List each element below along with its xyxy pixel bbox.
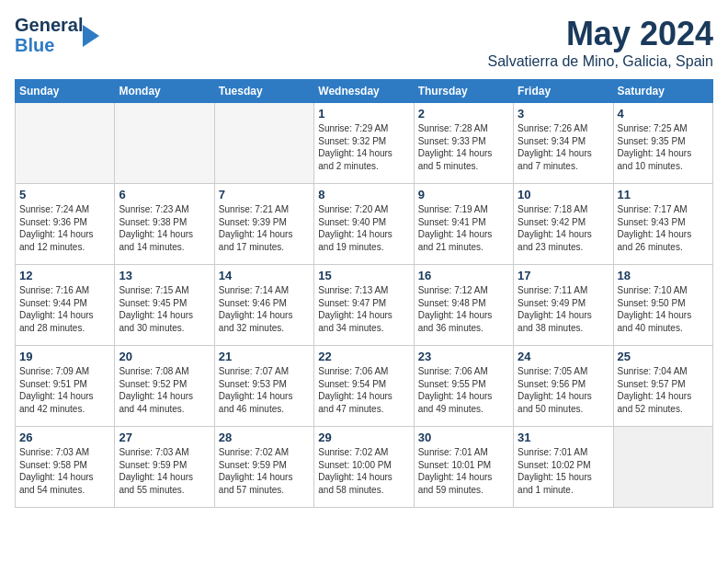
calendar-cell: 2Sunrise: 7:28 AMSunset: 9:33 PMDaylight…: [414, 103, 513, 184]
day-number: 13: [119, 269, 210, 282]
calendar-cell: 28Sunrise: 7:02 AMSunset: 9:59 PMDayligh…: [214, 427, 313, 508]
calendar-week-row: 26Sunrise: 7:03 AMSunset: 9:58 PMDayligh…: [16, 427, 713, 508]
day-details: Sunrise: 7:17 AMSunset: 9:43 PMDaylight:…: [618, 203, 709, 253]
column-header-tuesday: Tuesday: [214, 80, 313, 103]
day-details: Sunrise: 7:15 AMSunset: 9:45 PMDaylight:…: [119, 284, 210, 334]
day-details: Sunrise: 7:13 AMSunset: 9:47 PMDaylight:…: [318, 284, 409, 334]
calendar-cell: 24Sunrise: 7:05 AMSunset: 9:56 PMDayligh…: [514, 346, 613, 427]
calendar-cell: 31Sunrise: 7:01 AMSunset: 10:02 PMDaylig…: [514, 427, 613, 508]
logo-blue-text: Blue: [15, 35, 83, 55]
calendar-week-row: 12Sunrise: 7:16 AMSunset: 9:44 PMDayligh…: [16, 265, 713, 346]
logo-general-text: General: [15, 15, 83, 35]
day-details: Sunrise: 7:02 AMSunset: 10:00 PMDaylight…: [318, 446, 409, 496]
calendar-cell: 12Sunrise: 7:16 AMSunset: 9:44 PMDayligh…: [16, 265, 115, 346]
day-details: Sunrise: 7:23 AMSunset: 9:38 PMDaylight:…: [119, 203, 210, 253]
column-header-friday: Friday: [514, 80, 613, 103]
title-block: May 2024 Salvatierra de Mino, Galicia, S…: [488, 15, 713, 70]
calendar-cell: 5Sunrise: 7:24 AMSunset: 9:36 PMDaylight…: [16, 184, 115, 265]
calendar-cell: 29Sunrise: 7:02 AMSunset: 10:00 PMDaylig…: [314, 427, 414, 508]
calendar-cell: 27Sunrise: 7:03 AMSunset: 9:59 PMDayligh…: [115, 427, 214, 508]
day-details: Sunrise: 7:18 AMSunset: 9:42 PMDaylight:…: [518, 203, 609, 253]
day-number: 2: [418, 107, 509, 121]
column-header-saturday: Saturday: [613, 80, 712, 103]
day-number: 27: [119, 431, 210, 444]
calendar-cell: 26Sunrise: 7:03 AMSunset: 9:58 PMDayligh…: [16, 427, 115, 508]
calendar-cell: 30Sunrise: 7:01 AMSunset: 10:01 PMDaylig…: [414, 427, 513, 508]
calendar-week-row: 5Sunrise: 7:24 AMSunset: 9:36 PMDaylight…: [16, 184, 713, 265]
calendar-cell: 7Sunrise: 7:21 AMSunset: 9:39 PMDaylight…: [214, 184, 313, 265]
calendar-cell: 22Sunrise: 7:06 AMSunset: 9:54 PMDayligh…: [314, 346, 414, 427]
day-details: Sunrise: 7:03 AMSunset: 9:58 PMDaylight:…: [19, 446, 110, 496]
day-details: Sunrise: 7:24 AMSunset: 9:36 PMDaylight:…: [19, 203, 110, 253]
day-number: 3: [518, 107, 609, 121]
day-number: 25: [618, 350, 709, 363]
day-number: 23: [418, 350, 509, 363]
day-details: Sunrise: 7:08 AMSunset: 9:52 PMDaylight:…: [119, 365, 210, 415]
day-details: Sunrise: 7:06 AMSunset: 9:55 PMDaylight:…: [418, 365, 509, 415]
day-number: 8: [318, 188, 409, 201]
day-number: 24: [518, 350, 609, 363]
day-details: Sunrise: 7:16 AMSunset: 9:44 PMDaylight:…: [19, 284, 110, 334]
calendar-cell: 25Sunrise: 7:04 AMSunset: 9:57 PMDayligh…: [613, 346, 712, 427]
day-number: 17: [518, 269, 609, 282]
calendar-cell: 1Sunrise: 7:29 AMSunset: 9:32 PMDaylight…: [314, 103, 414, 184]
day-number: 5: [19, 188, 110, 201]
calendar-cell: 3Sunrise: 7:26 AMSunset: 9:34 PMDaylight…: [514, 103, 613, 184]
calendar-cell: 21Sunrise: 7:07 AMSunset: 9:53 PMDayligh…: [214, 346, 313, 427]
day-details: Sunrise: 7:04 AMSunset: 9:57 PMDaylight:…: [618, 365, 709, 415]
calendar-cell: 18Sunrise: 7:10 AMSunset: 9:50 PMDayligh…: [613, 265, 712, 346]
day-number: 4: [618, 107, 709, 121]
calendar-cell: [115, 103, 214, 184]
day-number: 28: [219, 431, 310, 444]
calendar-cell: 19Sunrise: 7:09 AMSunset: 9:51 PMDayligh…: [16, 346, 115, 427]
day-details: Sunrise: 7:20 AMSunset: 9:40 PMDaylight:…: [318, 203, 409, 253]
day-details: Sunrise: 7:07 AMSunset: 9:53 PMDaylight:…: [219, 365, 310, 415]
day-number: 1: [318, 107, 409, 121]
day-details: Sunrise: 7:01 AMSunset: 10:02 PMDaylight…: [518, 446, 609, 496]
day-details: Sunrise: 7:26 AMSunset: 9:34 PMDaylight:…: [518, 122, 609, 172]
day-number: 26: [19, 431, 110, 444]
calendar-cell: [16, 103, 115, 184]
day-details: Sunrise: 7:09 AMSunset: 9:51 PMDaylight:…: [19, 365, 110, 415]
day-number: 14: [219, 269, 310, 282]
calendar-cell: 13Sunrise: 7:15 AMSunset: 9:45 PMDayligh…: [115, 265, 214, 346]
calendar-header-row: SundayMondayTuesdayWednesdayThursdayFrid…: [16, 80, 713, 103]
day-details: Sunrise: 7:21 AMSunset: 9:39 PMDaylight:…: [219, 203, 310, 253]
column-header-sunday: Sunday: [16, 80, 115, 103]
calendar-cell: 11Sunrise: 7:17 AMSunset: 9:43 PMDayligh…: [613, 184, 712, 265]
day-number: 12: [19, 269, 110, 282]
day-details: Sunrise: 7:19 AMSunset: 9:41 PMDaylight:…: [418, 203, 509, 253]
day-number: 29: [318, 431, 409, 444]
day-details: Sunrise: 7:25 AMSunset: 9:35 PMDaylight:…: [618, 122, 709, 172]
calendar-cell: 14Sunrise: 7:14 AMSunset: 9:46 PMDayligh…: [214, 265, 313, 346]
column-header-wednesday: Wednesday: [314, 80, 414, 103]
day-number: 31: [518, 431, 609, 444]
calendar-table: SundayMondayTuesdayWednesdayThursdayFrid…: [15, 79, 713, 508]
day-details: Sunrise: 7:10 AMSunset: 9:50 PMDaylight:…: [618, 284, 709, 334]
day-number: 22: [318, 350, 409, 363]
day-details: Sunrise: 7:14 AMSunset: 9:46 PMDaylight:…: [219, 284, 310, 334]
logo: General Blue: [15, 15, 99, 55]
day-details: Sunrise: 7:05 AMSunset: 9:56 PMDaylight:…: [518, 365, 609, 415]
calendar-cell: [613, 427, 712, 508]
month-title: May 2024: [488, 15, 713, 53]
day-details: Sunrise: 7:12 AMSunset: 9:48 PMDaylight:…: [418, 284, 509, 334]
day-details: Sunrise: 7:06 AMSunset: 9:54 PMDaylight:…: [318, 365, 409, 415]
day-details: Sunrise: 7:28 AMSunset: 9:33 PMDaylight:…: [418, 122, 509, 172]
day-number: 20: [119, 350, 210, 363]
day-number: 18: [618, 269, 709, 282]
calendar-cell: 16Sunrise: 7:12 AMSunset: 9:48 PMDayligh…: [414, 265, 513, 346]
day-number: 21: [219, 350, 310, 363]
calendar-cell: 23Sunrise: 7:06 AMSunset: 9:55 PMDayligh…: [414, 346, 513, 427]
day-details: Sunrise: 7:01 AMSunset: 10:01 PMDaylight…: [418, 446, 509, 496]
column-header-monday: Monday: [115, 80, 214, 103]
day-details: Sunrise: 7:03 AMSunset: 9:59 PMDaylight:…: [119, 446, 210, 496]
day-number: 7: [219, 188, 310, 201]
column-header-thursday: Thursday: [414, 80, 513, 103]
day-number: 9: [418, 188, 509, 201]
day-number: 6: [119, 188, 210, 201]
day-details: Sunrise: 7:29 AMSunset: 9:32 PMDaylight:…: [318, 122, 409, 172]
calendar-cell: 6Sunrise: 7:23 AMSunset: 9:38 PMDaylight…: [115, 184, 214, 265]
day-number: 16: [418, 269, 509, 282]
day-number: 30: [418, 431, 509, 444]
